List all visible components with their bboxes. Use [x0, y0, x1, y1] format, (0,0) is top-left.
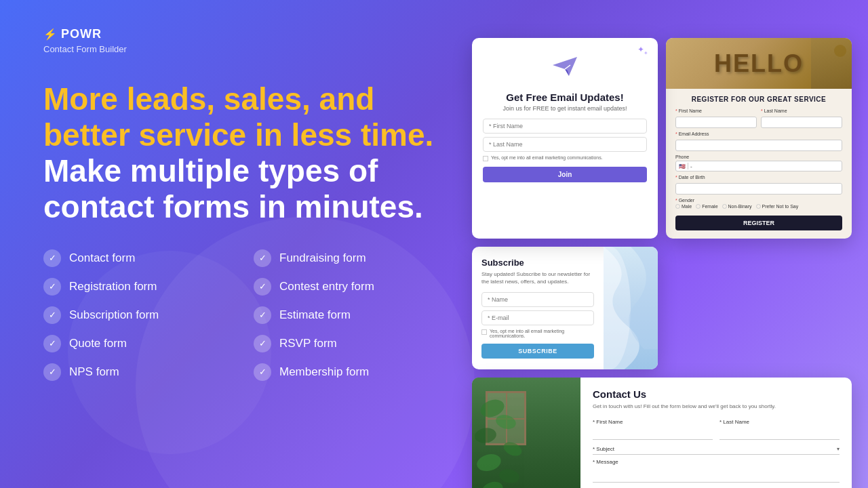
feature-label: Contest entry form	[279, 280, 374, 293]
feature-membership-form: ✓ Membership form	[254, 363, 437, 381]
feature-nps-form: ✓ NPS form	[43, 363, 226, 381]
contact-image	[472, 378, 580, 488]
radio-female[interactable]: Female	[696, 204, 717, 209]
email-checkbox[interactable]	[483, 156, 488, 161]
features-grid: ✓ Contact form ✓ Fundraising form ✓ Regi…	[43, 249, 437, 381]
contact-message-input[interactable]	[593, 466, 840, 483]
contact-firstname-input[interactable]	[593, 428, 713, 440]
svg-point-6	[502, 440, 524, 459]
email-checkbox-label: Yes, opt me into all email marketing com…	[491, 155, 603, 160]
hero-title-white: Make multiple types of contact forms in …	[43, 153, 423, 224]
radio-nonbinary[interactable]: Non-Binary	[722, 204, 752, 209]
sparkle-small-icon: ✦	[644, 50, 648, 56]
logo-icon: ⚡	[43, 28, 57, 41]
svg-marker-0	[553, 57, 577, 76]
contact-lastname-label: * Last Name	[719, 419, 840, 425]
subscribe-checkbox[interactable]	[481, 329, 487, 335]
feature-label: Estimate form	[279, 308, 351, 322]
subscribe-checkbox-label: Yes, opt me into all email marketing com…	[490, 329, 594, 338]
contact-form-title: Contact Us	[593, 388, 840, 400]
subscribe-form-card: Subscribe Stay updated! Subscribe to our…	[472, 247, 658, 369]
email-join-button[interactable]: Join	[483, 167, 647, 182]
chevron-down-icon: ▾	[837, 446, 840, 452]
email-updates-form-card: ✦ ✦ Get Free Email Updates! Join us for …	[472, 38, 658, 239]
radio-male[interactable]: Male	[675, 204, 692, 209]
check-icon: ✓	[254, 249, 271, 267]
hello-text: HELLO	[714, 49, 804, 78]
radio-female-label: Female	[702, 204, 717, 209]
radio-nonbinary-label: Non-Binary	[728, 204, 752, 209]
register-lastname-label: * Last Name	[761, 108, 842, 113]
contact-lastname-input[interactable]	[719, 428, 840, 440]
feature-registration-form: ✓ Registration form	[43, 278, 226, 296]
check-icon: ✓	[254, 363, 271, 381]
subscribe-title: Subscribe	[481, 258, 594, 268]
contact-form-subtitle: Get in touch with us! Fill out the form …	[593, 403, 840, 411]
svg-point-4	[494, 413, 517, 431]
register-phone-label: Phone	[675, 155, 842, 159]
subscribe-name-input[interactable]	[481, 292, 594, 307]
hero-title-yellow: More leads, sales, and better service in…	[43, 81, 433, 152]
register-header-image: HELLO	[666, 38, 852, 89]
radio-prefer-not[interactable]: Prefer Not to Say	[756, 204, 799, 209]
contact-firstname-label: * First Name	[593, 419, 713, 425]
radio-prefer-not-label: Prefer Not to Say	[762, 204, 799, 209]
check-icon: ✓	[43, 363, 61, 381]
radio-male-label: Male	[682, 204, 692, 209]
feature-label: Fundraising form	[279, 251, 366, 265]
register-email-label: * Email Address	[675, 131, 842, 136]
svg-point-8	[498, 468, 520, 485]
feature-label: Quote form	[69, 337, 127, 350]
svg-point-7	[475, 452, 503, 474]
feature-rsvp-form: ✓ RSVP form	[254, 335, 437, 352]
feature-subscription-form: ✓ Subscription form	[43, 306, 226, 324]
subscribe-subtitle: Stay updated! Subscribe to our newslette…	[481, 270, 594, 285]
register-gender-options: Male Female Non-Binary Prefer Not to Say	[675, 204, 842, 209]
feature-label: RSVP form	[279, 337, 337, 350]
register-gender-label: * Gender	[675, 198, 842, 203]
check-icon: ✓	[254, 335, 271, 352]
contact-form-card: Contact Us Get in touch with us! Fill ou…	[472, 378, 852, 488]
subscribe-wave-decoration	[604, 247, 658, 369]
hero-title: More leads, sales, and better service in…	[43, 81, 437, 225]
email-updates-subtitle: Join us for FREE to get instant email up…	[483, 105, 647, 112]
check-icon: ✓	[43, 306, 61, 324]
feature-contest-form: ✓ Contest entry form	[254, 278, 437, 296]
register-firstname-input[interactable]	[675, 117, 757, 128]
feature-label: Registration form	[69, 280, 157, 293]
contact-subject-select[interactable]: * Subject ▾	[593, 444, 840, 455]
check-icon: ✓	[254, 306, 271, 324]
register-form-title: REGISTER FOR OUR GREAT SERVICE	[675, 96, 842, 103]
logo-name: POWR	[61, 27, 102, 41]
register-form-card: HELLO REGISTER FOR OUR GREAT SERVICE * F…	[666, 38, 852, 239]
us-flag-icon: 🇺🇸	[679, 163, 686, 169]
register-firstname-label: * First Name	[675, 108, 757, 113]
check-icon: ✓	[43, 335, 61, 352]
email-updates-title: Get Free Email Updates!	[483, 92, 647, 103]
subscribe-email-input[interactable]	[481, 310, 594, 325]
svg-point-9	[479, 479, 505, 488]
paper-plane-icon	[483, 52, 647, 87]
contact-message-label: * Message	[593, 459, 840, 465]
register-email-input[interactable]	[675, 140, 842, 151]
forms-preview-panel: ✦ ✦ Get Free Email Updates! Join us for …	[472, 38, 852, 488]
email-first-name-input[interactable]	[483, 119, 647, 134]
contact-subject-label: * Subject	[593, 446, 614, 452]
check-icon: ✓	[43, 278, 61, 296]
register-dob-input[interactable]	[675, 183, 842, 195]
check-icon: ✓	[43, 249, 61, 267]
subscribe-button[interactable]: SUBSCRIBE	[481, 344, 594, 359]
email-last-name-input[interactable]	[483, 137, 647, 152]
feature-label: Contact form	[69, 251, 135, 265]
register-phone-input[interactable]: 🇺🇸 -	[675, 161, 842, 171]
feature-contact-form: ✓ Contact form	[43, 249, 226, 267]
feature-quote-form: ✓ Quote form	[43, 335, 226, 352]
register-lastname-input[interactable]	[761, 117, 842, 128]
logo-subtitle: Contact Form Builder	[43, 44, 437, 54]
feature-label: NPS form	[69, 365, 119, 379]
svg-point-5	[473, 426, 497, 445]
register-button[interactable]: REGISTER	[675, 216, 842, 230]
feature-label: Membership form	[279, 365, 369, 379]
feature-estimate-form: ✓ Estimate form	[254, 306, 437, 324]
feature-fundraising-form: ✓ Fundraising form	[254, 249, 437, 267]
